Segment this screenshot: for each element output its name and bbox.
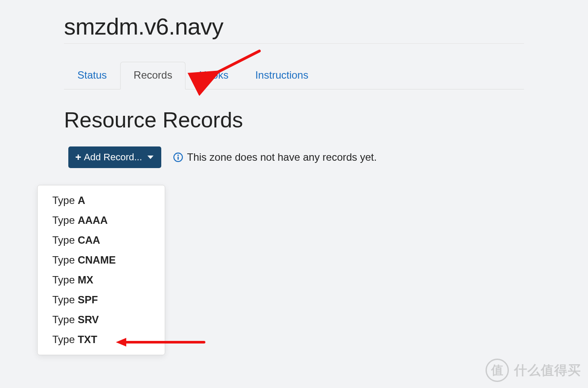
- tab-hooks[interactable]: Hooks: [185, 62, 242, 89]
- tab-records[interactable]: Records: [120, 62, 185, 89]
- svg-rect-2: [177, 156, 179, 159]
- dropdown-item-mx[interactable]: Type MX: [38, 270, 165, 290]
- watermark-badge: 值: [486, 359, 509, 382]
- tab-instructions[interactable]: Instructions: [242, 62, 322, 89]
- dropdown-item-a[interactable]: Type A: [38, 191, 165, 210]
- plus-icon: +: [75, 152, 81, 162]
- watermark: 值 什么值得买: [486, 359, 581, 382]
- section-title: Resource Records: [64, 108, 524, 133]
- add-record-button[interactable]: + Add Record...: [68, 146, 161, 168]
- caret-down-icon: [147, 156, 153, 159]
- tab-status[interactable]: Status: [64, 62, 120, 89]
- title-divider: [64, 43, 524, 44]
- empty-state-text: This zone does not have any records yet.: [187, 151, 377, 163]
- add-record-label: Add Record...: [84, 152, 142, 163]
- info-icon: [173, 153, 183, 162]
- dropdown-item-spf[interactable]: Type SPF: [38, 290, 165, 310]
- add-record-dropdown: Type A Type AAAA Type CAA Type CNAME Typ…: [37, 185, 165, 355]
- dropdown-item-caa[interactable]: Type CAA: [38, 230, 165, 250]
- dropdown-item-srv[interactable]: Type SRV: [38, 310, 165, 330]
- tabs: Status Records Hooks Instructions: [64, 62, 524, 89]
- watermark-text: 什么值得买: [514, 362, 581, 379]
- svg-point-1: [177, 155, 179, 156]
- page-title: smzdm.v6.navy: [64, 13, 524, 40]
- dropdown-item-txt[interactable]: Type TXT: [38, 330, 165, 350]
- dropdown-item-aaaa[interactable]: Type AAAA: [38, 210, 165, 230]
- dropdown-item-cname[interactable]: Type CNAME: [38, 250, 165, 270]
- empty-state: This zone does not have any records yet.: [173, 151, 377, 163]
